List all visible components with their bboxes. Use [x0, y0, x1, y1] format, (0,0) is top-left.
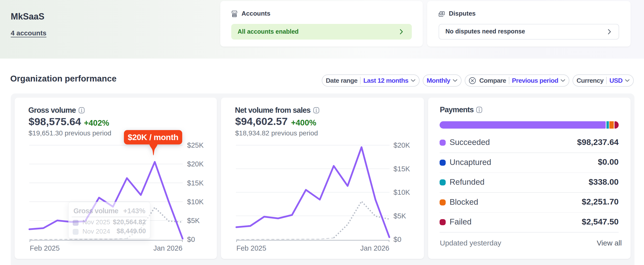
- svg-text:$5K: $5K: [187, 217, 200, 224]
- svg-text:$10K: $10K: [394, 188, 410, 196]
- svg-text:$25K: $25K: [187, 141, 204, 149]
- svg-text:$20K / month: $20K / month: [128, 132, 178, 142]
- svg-text:$10K: $10K: [187, 198, 204, 206]
- svg-text:$0: $0: [394, 236, 401, 243]
- svg-text:$15K: $15K: [394, 165, 410, 173]
- svg-text:$20K: $20K: [187, 160, 204, 168]
- svg-text:$15K: $15K: [187, 179, 204, 187]
- svg-text:Jan 2026: Jan 2026: [360, 244, 389, 252]
- svg-text:$0: $0: [187, 236, 195, 243]
- svg-text:Feb 2025: Feb 2025: [236, 244, 266, 252]
- svg-text:Jan 2026: Jan 2026: [154, 244, 182, 252]
- svg-text:Feb 2025: Feb 2025: [30, 244, 60, 252]
- svg-text:$20K: $20K: [394, 141, 410, 149]
- svg-text:$5K: $5K: [394, 212, 406, 220]
